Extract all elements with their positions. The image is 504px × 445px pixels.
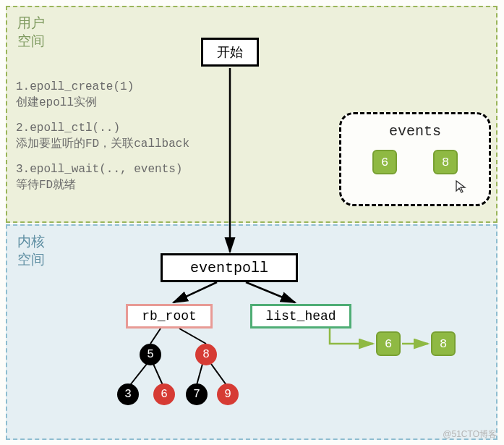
step-1-desc: 创建epoll实例 (16, 96, 97, 109)
watermark: @51CTO博客 (443, 428, 497, 441)
kernel-space-label-text: 内核空间 (17, 234, 45, 267)
events-title: events (341, 123, 489, 140)
tree-node-5: 5 (140, 344, 161, 365)
step-2-desc: 添加要监听的FD，关联callback (16, 137, 189, 151)
step-2: 2.epoll_ctl(..) 添加要监听的FD，关联callback (16, 121, 189, 152)
step-1-code: 1.epoll_create(1) (16, 80, 134, 93)
events-chips: 6 8 (341, 150, 489, 174)
step-1: 1.epoll_create(1) 创建epoll实例 (16, 80, 189, 111)
tree-node-7: 7 (186, 383, 208, 405)
user-space-label-text: 用户空间 (17, 15, 45, 48)
tree-node-3: 3 (117, 383, 139, 405)
rb-root-box: rb_root (126, 304, 213, 329)
step-3-code: 3.epoll_wait(.., events) (16, 163, 182, 176)
start-label: 开始 (217, 43, 243, 61)
list-head-box: list_head (250, 304, 351, 329)
list-head-label: list_head (265, 309, 336, 323)
event-chip-6: 6 (372, 150, 397, 174)
rb-root-label: rb_root (142, 309, 197, 323)
tree-node-6: 6 (153, 383, 175, 405)
tree-node-9: 9 (217, 383, 239, 405)
step-3-desc: 等待FD就绪 (16, 179, 76, 192)
kernel-space-label: 内核空间 (17, 233, 45, 268)
steps-list: 1.epoll_create(1) 创建epoll实例 2.epoll_ctl(… (16, 80, 189, 204)
ready-chip-6: 6 (376, 331, 401, 356)
start-box: 开始 (201, 38, 259, 67)
eventpoll-box: eventpoll (161, 253, 298, 282)
event-chip-8: 8 (433, 150, 458, 174)
ready-chip-8: 8 (431, 331, 456, 356)
step-2-code: 2.epoll_ctl(..) (16, 122, 120, 135)
events-array-box: events 6 8 (339, 112, 491, 206)
eventpoll-label: eventpoll (190, 260, 268, 276)
user-space-label: 用户空间 (17, 14, 45, 50)
step-3: 3.epoll_wait(.., events) 等待FD就绪 (16, 162, 189, 193)
tree-node-8: 8 (195, 344, 217, 365)
cursor-icon (456, 180, 467, 197)
